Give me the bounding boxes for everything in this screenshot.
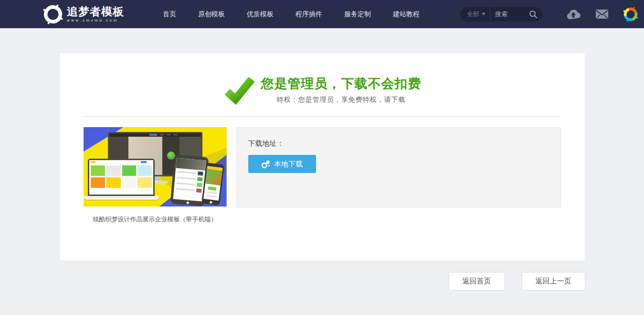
nav-item-original-templates[interactable]: 原创模板 — [198, 5, 225, 23]
search-button[interactable] — [529, 10, 538, 19]
nav-item-plugins[interactable]: 程序插件 — [296, 5, 322, 23]
search-divider — [490, 7, 490, 22]
chevron-down-icon — [482, 13, 486, 15]
download-card: 您是管理员，下载不会扣费 特权：您是管理员，享免费特权，请下载 — [59, 53, 585, 261]
tablet-home-button — [186, 201, 189, 204]
footer-actions: 返回首页 返回上一页 — [59, 272, 585, 291]
nav-item-quality-templates[interactable]: 优质模板 — [247, 5, 274, 23]
admin-status-hero: 您是管理员，下载不会扣费 特权：您是管理员，享免费特权，请下载 — [60, 53, 585, 105]
admin-message-subtitle: 特权：您是管理员，享免费特权，请下载 — [261, 96, 422, 104]
thumb-monitor-menubar — [109, 133, 201, 137]
download-panel: 下载地址： 本地下载 — [236, 127, 561, 207]
local-download-button[interactable]: 本地下载 — [248, 155, 316, 173]
hero-text: 您是管理员，下载不会扣费 特权：您是管理员，享免费特权，请下载 — [261, 75, 422, 104]
thumb-laptop — [84, 159, 159, 203]
search-icon — [529, 10, 538, 19]
product-caption: 炫酷织梦设计作品展示企业模板（带手机端） — [84, 215, 227, 224]
download-address-label: 下载地址： — [248, 139, 549, 148]
nav-item-tutorials[interactable]: 建站教程 — [393, 5, 420, 23]
local-download-label: 本地下载 — [274, 160, 303, 169]
brand-pinwheel-icon[interactable] — [623, 6, 639, 22]
nav-item-custom-service[interactable]: 服务定制 — [344, 5, 371, 23]
logo-subtitle: www.zmzmb.com — [67, 18, 124, 22]
upload-link[interactable] — [559, 8, 588, 20]
search-input[interactable] — [495, 11, 529, 18]
search-category-label: 全部 — [467, 10, 479, 19]
search-box: 全部 — [460, 7, 542, 22]
product-column: 04 — [84, 127, 227, 224]
phone-home-button — [209, 201, 212, 204]
site-logo[interactable]: 追梦者模板 www.zmzmb.com — [42, 3, 124, 25]
header-icons — [559, 6, 639, 22]
logo-title: 追梦者模板 — [67, 6, 124, 17]
search-category-dropdown[interactable]: 全部 — [467, 10, 486, 19]
mail-icon — [595, 9, 609, 19]
logo-text: 追梦者模板 www.zmzmb.com — [67, 6, 124, 22]
product-thumbnail[interactable]: 04 — [84, 127, 227, 206]
top-navbar: 追梦者模板 www.zmzmb.com 首页 原创模板 优质模板 程序插件 服务… — [0, 0, 644, 28]
main-nav: 首页 原创模板 优质模板 程序插件 服务定制 建站教程 — [152, 5, 431, 23]
content-row: 04 — [60, 117, 585, 224]
link-icon — [261, 160, 270, 169]
back-previous-button[interactable]: 返回上一页 — [522, 272, 585, 291]
logo-pinwheel-icon — [42, 3, 64, 25]
green-check-icon — [223, 76, 255, 105]
cloud-upload-icon — [566, 8, 581, 20]
messages-link[interactable] — [588, 9, 616, 19]
back-home-button[interactable]: 返回首页 — [449, 272, 505, 291]
admin-message-title: 您是管理员，下载不会扣费 — [261, 75, 422, 92]
nav-item-home[interactable]: 首页 — [163, 5, 176, 23]
